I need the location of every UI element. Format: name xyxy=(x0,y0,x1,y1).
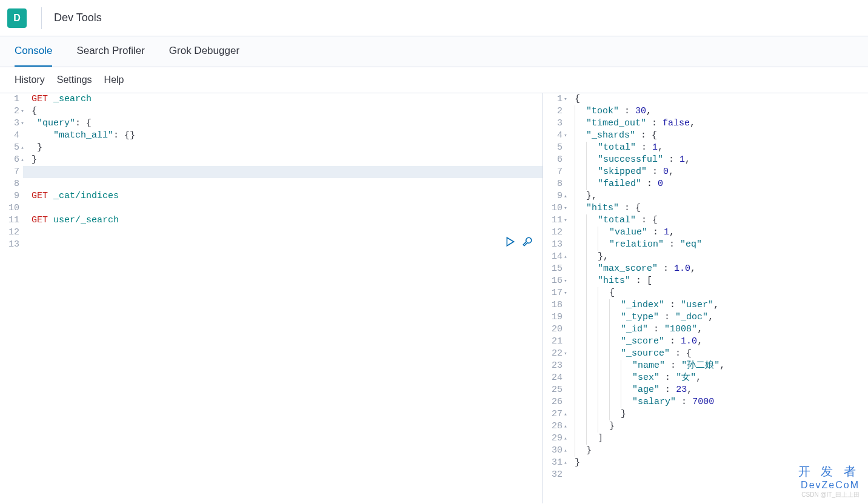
wrench-icon[interactable] xyxy=(522,236,533,249)
request-pane: 12▾3▾45▴6▴78910111213 GET _search{ "quer… xyxy=(0,93,542,503)
header-divider xyxy=(41,7,42,29)
request-editor[interactable]: 12▾3▾45▴6▴78910111213 GET _search{ "quer… xyxy=(0,93,542,251)
toolbar-settings[interactable]: Settings xyxy=(57,75,92,85)
watermark: 开 发 者 DevZeCoM CSDN @IT_田上上田 xyxy=(798,463,860,499)
app-icon: D xyxy=(7,8,27,28)
editors: 12▾3▾45▴6▴78910111213 GET _search{ "quer… xyxy=(0,93,868,503)
run-icon[interactable] xyxy=(505,236,516,249)
tab-console[interactable]: Console xyxy=(15,36,52,67)
request-gutter: 12▾3▾45▴6▴78910111213 xyxy=(0,93,23,251)
toolbar-history[interactable]: History xyxy=(15,75,45,85)
request-code[interactable]: GET _search{ "query": { "match_all": {} … xyxy=(23,93,542,251)
response-editor[interactable]: 1▾234▾56789▴10▾11▾121314▴1516▾17▾1819202… xyxy=(543,93,868,481)
request-actions xyxy=(505,236,533,249)
response-gutter: 1▾234▾56789▴10▾11▾121314▴1516▾17▾1819202… xyxy=(543,93,566,481)
toolbar: HistorySettingsHelp xyxy=(0,67,868,93)
app-title: Dev Tools xyxy=(54,12,102,24)
toolbar-help[interactable]: Help xyxy=(104,75,124,85)
response-pane: 1▾234▾56789▴10▾11▾121314▴1516▾17▾1819202… xyxy=(542,93,868,503)
header: D Dev Tools xyxy=(0,0,868,36)
svg-marker-0 xyxy=(507,237,513,246)
tab-search-profiler[interactable]: Search Profiler xyxy=(76,36,144,67)
tabs: ConsoleSearch ProfilerGrok Debugger xyxy=(0,36,868,67)
response-code: { "took" : 30, "timed_out" : false, "_sh… xyxy=(566,93,868,481)
tab-grok-debugger[interactable]: Grok Debugger xyxy=(169,36,239,67)
